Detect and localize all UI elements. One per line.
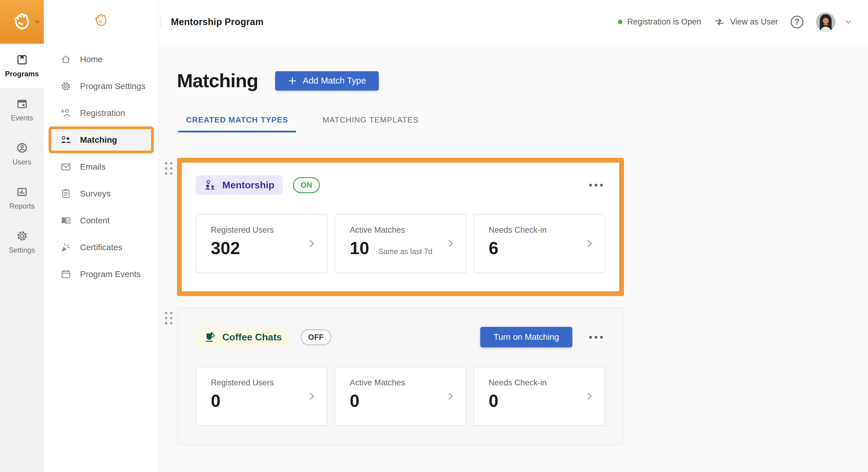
match-type-list: Mentorship ON Registered Users 302 [177,158,624,445]
sidebar-item-home[interactable]: Home [44,46,159,73]
mentorship-icon [204,179,216,191]
overflow-menu-button[interactable] [587,181,605,189]
account-chevron-down-icon[interactable] [844,18,853,27]
match-type-name: Coffee Chats [222,332,282,343]
stat-label: Needs Check-in [489,226,591,235]
drag-handle[interactable] [165,312,173,325]
reports-icon [16,186,28,198]
coffee-chats-actions: Turn on Matching [480,327,605,347]
coffee-chats-card: Coffee Chats OFF Turn on Matching Regist… [177,307,624,445]
tab-created-match-types[interactable]: CREATED MATCH TYPES [178,115,296,133]
sidebar-item-matching[interactable]: Matching [49,127,154,153]
rail-item-label: Programs [5,70,39,78]
people-icon [60,134,71,146]
page-head: Matching Add Match Type [177,70,868,91]
chevron-right-icon [445,238,456,249]
stat-label: Registered Users [211,226,313,235]
plus-icon [288,76,297,86]
stat-value: 0 [350,391,360,410]
main-content: Matching Add Match Type CREATED MATCH TY… [159,44,868,472]
sidebar-item-label: Emails [80,162,105,172]
stat-card-active-matches[interactable]: Active Matches 0 [335,367,466,426]
stat-card-active-matches[interactable]: Active Matches 10 Same as last 7d [335,214,466,273]
sidebar-item-content[interactable]: Content [44,207,159,234]
stat-value: 0 [489,391,498,410]
stat-label: Active Matches [350,226,453,235]
stat-card-registered-users[interactable]: Registered Users 302 [196,214,328,273]
chevron-down-icon [33,18,41,25]
status-pill-on: ON [293,177,320,193]
view-as-user-label: View as User [730,17,778,27]
match-type-name: Mentorship [222,179,274,191]
drag-handle[interactable] [165,162,173,175]
mentorship-stats: Registered Users 302 Active Matches [196,214,605,273]
sidebar-item-label: Home [80,55,103,64]
sidebar-item-label: Program Settings [80,81,145,91]
program-title: Mentorship Program [171,16,264,28]
program-sidebar: Home Program Settings Registration Match… [44,0,159,472]
stat-label: Needs Check-in [489,378,591,387]
add-match-type-button[interactable]: Add Match Type [275,71,379,91]
coffee-chats-badge: Coffee Chats [196,328,290,347]
rail-item-settings[interactable]: Settings [0,220,44,264]
page-title: Matching [177,70,258,91]
gear-icon [60,80,71,92]
sidebar-item-label: Certificates [80,243,122,252]
settings-icon [16,230,28,242]
rail-item-label: Events [11,114,33,122]
sidebar-item-program-events[interactable]: Program Events [44,261,159,288]
chevron-right-icon [306,238,316,249]
app-rail: Programs Events Users Reports Settings [0,0,44,472]
rail-item-events[interactable]: Events [0,88,44,132]
header-actions: Registration is Open View as User ? [618,12,868,32]
help-icon[interactable]: ? [791,16,803,28]
sidebar-item-certificates[interactable]: Certificates [44,234,159,261]
sidebar-item-surveys[interactable]: Surveys [44,180,159,207]
match-type-coffee-chats: Coffee Chats OFF Turn on Matching Regist… [177,307,624,445]
mentorship-badge: Mentorship [196,175,283,195]
chevron-right-icon [584,391,594,401]
users-icon [16,141,28,154]
open-book-icon [60,215,71,226]
stat-card-registered-users[interactable]: Registered Users 0 [196,367,328,426]
switch-arrows-icon [714,16,725,28]
tab-bar: CREATED MATCH TYPES MATCHING TEMPLATES [178,115,868,133]
sidebar-item-emails[interactable]: Emails [44,153,159,180]
chevron-right-icon [445,391,456,401]
rail-item-programs[interactable]: Programs [0,44,44,88]
stat-card-needs-check-in[interactable]: Needs Check-in 6 [473,214,605,273]
chevron-right-icon [306,391,316,401]
coffee-chats-card-header: Coffee Chats OFF Turn on Matching [196,327,605,347]
rail-item-reports[interactable]: Reports [0,176,44,220]
avatar[interactable] [816,12,835,32]
coffee-chats-stats: Registered Users 0 Active Matches 0 [196,367,605,426]
status-label: Registration is Open [627,17,701,27]
tab-matching-templates[interactable]: MATCHING TEMPLATES [315,115,427,133]
top-header: Mentorship Program Registration is Open … [159,0,868,44]
org-logo[interactable] [0,0,44,44]
stat-card-needs-check-in[interactable]: Needs Check-in 0 [473,367,605,426]
party-popper-icon [60,242,71,253]
overflow-menu-button[interactable] [587,334,605,341]
sidebar-item-label: Matching [80,135,117,145]
rail-item-users[interactable]: Users [0,132,44,176]
stat-value: 10 [350,238,369,258]
mentorship-card: Mentorship ON Registered Users 302 [177,158,624,296]
sidebar-item-registration[interactable]: Registration [44,100,159,127]
sidebar-menu: Home Program Settings Registration Match… [44,46,159,288]
clipboard-icon [60,188,71,200]
stat-note: Same as last 7d [378,247,433,256]
stat-value: 6 [489,238,498,258]
chevron-right-icon [584,238,594,249]
status-pill-off: OFF [301,329,331,345]
sidebar-item-label: Program Events [80,270,141,279]
turn-on-matching-button[interactable]: Turn on Matching [480,327,572,347]
app-window: Programs Events Users Reports Settings [0,0,868,472]
programs-icon [16,54,28,66]
status-dot-icon [618,20,622,24]
events-icon [16,98,28,110]
view-as-user-button[interactable]: View as User [714,16,778,28]
stat-label: Active Matches [350,378,453,387]
coffee-cup-icon [204,331,216,343]
sidebar-item-program-settings[interactable]: Program Settings [44,73,159,100]
